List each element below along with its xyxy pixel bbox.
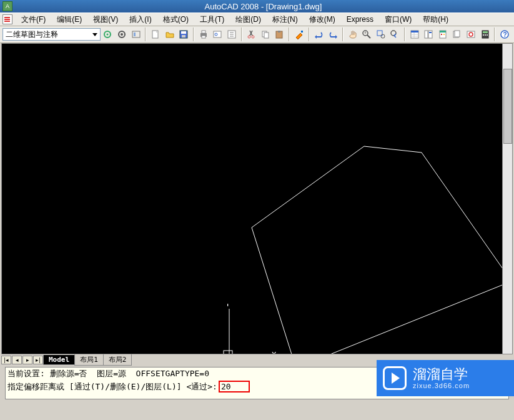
paste-icon[interactable] <box>273 28 287 41</box>
plot-preview-icon[interactable] <box>210 28 224 41</box>
title-bar: A AutoCAD 2008 - [Drawing1.dwg] <box>0 0 514 12</box>
document-icon[interactable] <box>2 14 12 24</box>
markup-icon[interactable] <box>464 28 478 41</box>
toolbar-separator <box>145 28 146 41</box>
svg-text:?: ? <box>503 31 507 38</box>
pan-icon[interactable] <box>346 28 360 41</box>
zoom-previous-icon[interactable] <box>388 28 402 41</box>
svg-point-18 <box>252 36 254 38</box>
menu-draw[interactable]: 绘图(D) <box>230 13 266 26</box>
polyline-geometry <box>252 146 512 354</box>
ucs-x-label: X <box>272 351 277 354</box>
watermark-brand: 溜溜自学 <box>413 367 470 382</box>
toolbar-separator <box>494 28 495 41</box>
svg-rect-51 <box>485 34 486 36</box>
tab-nav-last-icon[interactable]: ▸| <box>33 356 43 364</box>
tab-layout1[interactable]: 布局1 <box>74 354 104 366</box>
new-file-icon[interactable] <box>149 28 162 41</box>
svg-rect-43 <box>443 34 445 35</box>
svg-rect-49 <box>483 31 488 33</box>
tab-model[interactable]: Model <box>43 355 75 365</box>
menu-express[interactable]: Express <box>342 14 378 25</box>
toolbar-separator <box>309 28 310 41</box>
menu-bar: 文件(F) 编辑(E) 视图(V) 插入(I) 格式(O) 工具(T) 绘图(D… <box>0 12 514 26</box>
zoom-window-icon[interactable] <box>374 28 388 41</box>
menu-format[interactable]: 格式(O) <box>158 13 194 26</box>
tab-nav-next-icon[interactable]: ▸ <box>22 356 32 364</box>
menu-dimension[interactable]: 标注(N) <box>267 13 303 26</box>
menu-file[interactable]: 文件(F) <box>16 13 51 26</box>
svg-rect-13 <box>202 36 205 38</box>
svg-rect-20 <box>264 32 269 38</box>
svg-marker-24 <box>315 35 317 39</box>
publish-icon[interactable] <box>225 28 239 41</box>
cut-icon[interactable] <box>245 28 259 41</box>
toolbar-separator <box>404 28 405 41</box>
svg-rect-42 <box>441 34 442 35</box>
command-prompt: 指定偏移距离或 [通过(T)/删除(E)/图层(L)] <通过>: <box>7 382 217 391</box>
chevron-down-icon <box>92 33 97 36</box>
vertical-scrollbar[interactable] <box>502 44 512 354</box>
save-icon[interactable] <box>177 28 190 41</box>
print-icon[interactable] <box>197 28 210 41</box>
svg-rect-33 <box>411 31 418 32</box>
help-icon[interactable]: ? <box>498 28 512 41</box>
menu-insert[interactable]: 插入(I) <box>124 13 156 26</box>
open-file-icon[interactable] <box>163 28 177 41</box>
undo-icon[interactable] <box>312 28 326 41</box>
svg-marker-25 <box>335 35 337 39</box>
toolbar-area: 二维草图与注释 + ? <box>0 26 514 43</box>
scrollbar-thumb[interactable] <box>503 69 512 144</box>
properties-icon[interactable] <box>408 28 422 41</box>
svg-rect-52 <box>487 34 488 36</box>
svg-point-1 <box>107 34 109 36</box>
designcenter-icon[interactable] <box>422 28 436 41</box>
toolbar-separator <box>342 28 343 41</box>
redo-icon[interactable] <box>326 28 340 41</box>
menu-help[interactable]: 帮助(H) <box>418 13 453 26</box>
svg-rect-5 <box>134 32 136 36</box>
tab-nav-first-icon[interactable]: |◂ <box>1 356 11 364</box>
drawing-area[interactable]: Y X <box>1 43 513 354</box>
watermark-badge: 溜溜自学 zixue.3d66.com <box>377 360 514 396</box>
menu-tools[interactable]: 工具(T) <box>195 13 229 26</box>
gear-icon[interactable] <box>115 28 129 41</box>
workspace-label: 二维草图与注释 <box>6 29 58 40</box>
workspace-combo[interactable]: 二维草图与注释 <box>2 28 101 41</box>
svg-rect-4 <box>132 31 140 38</box>
toolbar-row-1: 二维草图与注释 + ? <box>0 26 514 42</box>
svg-rect-39 <box>429 32 432 33</box>
menu-view[interactable]: 视图(V) <box>88 13 123 26</box>
zoom-realtime-icon[interactable]: + <box>360 28 373 41</box>
window-title: AutoCAD 2008 - [Drawing1.dwg] <box>15 2 512 11</box>
toolbar-separator <box>193 28 194 41</box>
svg-rect-10 <box>182 35 185 38</box>
svg-text:+: + <box>364 31 367 35</box>
svg-point-3 <box>121 33 123 36</box>
calculator-icon[interactable] <box>478 28 492 41</box>
menu-edit[interactable]: 编辑(E) <box>52 13 87 26</box>
menu-modify[interactable]: 修改(M) <box>304 13 340 26</box>
tab-nav-prev-icon[interactable]: ◂ <box>12 356 22 364</box>
workspace-aux-icon[interactable] <box>129 28 143 41</box>
match-properties-icon[interactable] <box>292 28 306 41</box>
svg-rect-57 <box>224 351 232 354</box>
tool-palettes-icon[interactable] <box>436 28 450 41</box>
svg-rect-22 <box>278 31 280 32</box>
command-input[interactable]: 20 <box>219 381 250 392</box>
toolbar-separator <box>289 28 290 41</box>
tab-layout2[interactable]: 布局2 <box>103 354 132 366</box>
svg-rect-37 <box>425 31 428 38</box>
watermark-url: zixue.3d66.com <box>413 382 470 389</box>
app-icon: A <box>2 1 12 11</box>
svg-line-27 <box>367 35 370 38</box>
menu-window[interactable]: 窗口(W) <box>380 13 417 26</box>
svg-rect-12 <box>202 31 205 33</box>
workspace-settings-icon[interactable] <box>101 28 115 41</box>
svg-rect-45 <box>455 31 460 37</box>
sheetset-icon[interactable] <box>450 28 464 41</box>
play-icon <box>383 366 407 390</box>
svg-rect-23 <box>301 31 303 32</box>
copy-icon[interactable] <box>259 28 272 41</box>
svg-rect-50 <box>483 34 484 36</box>
